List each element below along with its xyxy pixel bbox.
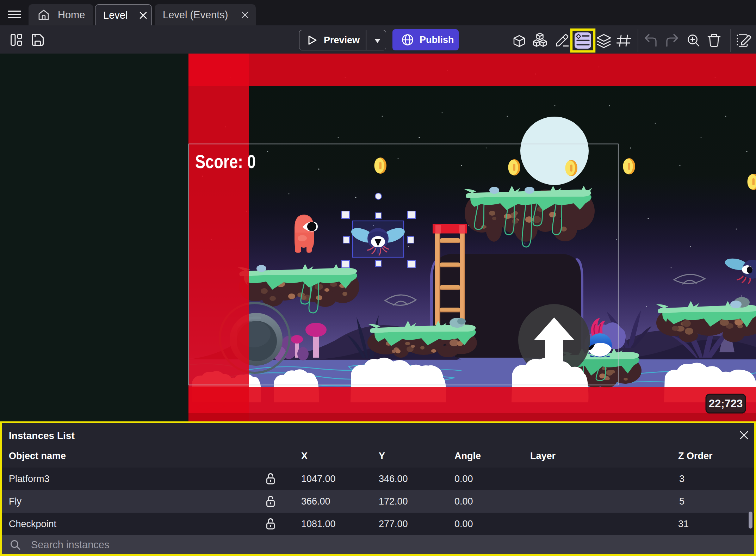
svg-text:Score: 0: Score: 0 bbox=[195, 151, 256, 172]
svg-text:22;723: 22;723 bbox=[709, 397, 743, 410]
